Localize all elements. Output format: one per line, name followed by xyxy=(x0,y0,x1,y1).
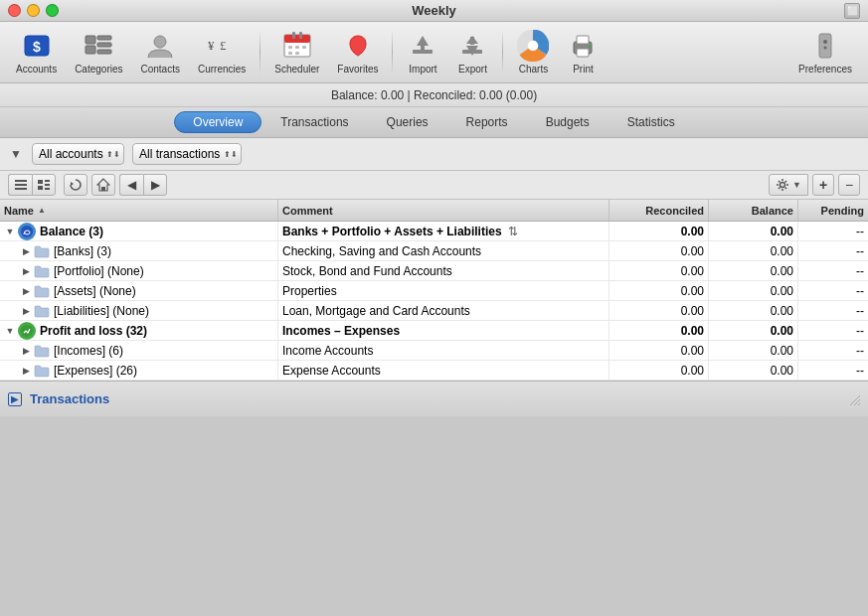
toolbar-print[interactable]: Print xyxy=(559,26,607,78)
tab-statistics[interactable]: Statistics xyxy=(608,111,694,133)
col-header-reconciled[interactable]: Reconciled xyxy=(609,200,709,221)
col-header-name[interactable]: Name ▲ xyxy=(0,200,278,221)
tab-transactions[interactable]: Transactions xyxy=(261,111,367,133)
toolbar-import[interactable]: Import xyxy=(399,26,446,78)
close-button[interactable] xyxy=(8,4,21,17)
tab-budgets[interactable]: Budgets xyxy=(527,111,608,133)
action-buttons: ▼ + − xyxy=(769,174,860,196)
svg-text:£: £ xyxy=(220,38,227,53)
table-row[interactable]: ▶[Banks] (3)Checking, Saving and Cash Ac… xyxy=(0,241,868,261)
add-account-button[interactable]: + xyxy=(812,174,834,196)
svg-rect-21 xyxy=(421,45,425,51)
remove-account-button[interactable]: − xyxy=(838,174,860,196)
cell-balance-liabilities: 0.00 xyxy=(709,301,798,320)
cell-comment-expenses: Expense Accounts xyxy=(278,361,609,380)
window-controls[interactable] xyxy=(8,4,59,17)
sort-arrow-name: ▲ xyxy=(38,206,46,215)
svg-rect-4 xyxy=(97,36,111,40)
gear-button-group: ▼ xyxy=(769,174,808,196)
transfer-arrows-icon: ⇅ xyxy=(508,225,518,238)
gear-button[interactable]: ▼ xyxy=(769,174,808,196)
toolbar-favorites[interactable]: Favorites xyxy=(329,26,386,78)
cell-reconciled-assets: 0.00 xyxy=(609,281,709,300)
list-view-button[interactable] xyxy=(8,174,32,196)
toolbar-preferences[interactable]: Preferences xyxy=(790,26,860,78)
cell-reconciled-portfolio: 0.00 xyxy=(609,261,709,280)
svg-rect-29 xyxy=(577,36,589,44)
table-row[interactable]: ▶[Expenses] (26)Expense Accounts0.000.00… xyxy=(0,361,868,381)
toolbar-scheduler[interactable]: Scheduler xyxy=(266,26,327,78)
account-filter-select[interactable]: All accounts xyxy=(32,143,124,165)
col-header-comment[interactable]: Comment xyxy=(278,200,609,221)
transactions-panel-label[interactable]: Transactions xyxy=(30,391,109,406)
expand-arrow-profitloss[interactable]: ▼ xyxy=(4,325,16,337)
cell-reconciled-balance: 0.00 xyxy=(609,222,709,240)
expand-arrow-balance[interactable]: ▼ xyxy=(4,226,16,237)
toolbar-currencies[interactable]: ¥ £ Currencies xyxy=(190,26,254,78)
contacts-icon xyxy=(144,30,176,62)
table-row[interactable]: ▼Profit and loss (32)Incomes – Expenses0… xyxy=(0,321,868,341)
toolbar-contacts[interactable]: Contacts xyxy=(133,26,188,78)
accounts-label: Accounts xyxy=(16,64,57,75)
cell-balance-portfolio: 0.00 xyxy=(709,261,798,280)
cell-balance-banks: 0.00 xyxy=(709,241,798,260)
currencies-label: Currencies xyxy=(198,64,246,75)
svg-marker-20 xyxy=(417,36,429,46)
transactions-expand-arrow[interactable]: ▶ xyxy=(8,392,22,406)
home-button[interactable] xyxy=(91,174,115,196)
table-row[interactable]: ▶[Liabilities] (None)Loan, Mortgage and … xyxy=(0,301,868,321)
expand-arrow-expenses[interactable]: ▶ xyxy=(20,365,32,377)
table-row[interactable]: ▶[Assets] (None)Properties0.000.00-- xyxy=(0,281,868,301)
expand-arrow-liabilities[interactable]: ▶ xyxy=(20,305,32,317)
folder-icon-assets xyxy=(34,284,50,298)
categories-icon xyxy=(83,30,114,62)
toolbar-categories[interactable]: Categories xyxy=(67,26,130,78)
toolbar-accounts[interactable]: $ Accounts xyxy=(8,26,65,78)
expand-arrow-portfolio[interactable]: ▶ xyxy=(20,265,32,277)
table-row[interactable]: ▶[Portfolio] (None)Stock, Bond and Fund … xyxy=(0,261,868,281)
transaction-filter-select[interactable]: All transactions xyxy=(132,143,242,165)
cell-name-profitloss: ▼Profit and loss (32) xyxy=(0,321,278,340)
refresh-button[interactable] xyxy=(64,174,87,196)
folder-icon-liabilities xyxy=(34,304,50,318)
expand-arrow-banks[interactable]: ▶ xyxy=(20,245,32,257)
tab-reports[interactable]: Reports xyxy=(447,111,527,133)
row-name-text-incomes: [Incomes] (6) xyxy=(54,344,123,358)
cell-reconciled-banks: 0.00 xyxy=(609,241,709,260)
maximize-button[interactable] xyxy=(46,4,59,17)
minimize-button[interactable] xyxy=(27,4,40,17)
account-filter-wrapper[interactable]: All accounts xyxy=(32,143,124,165)
detail-view-button[interactable] xyxy=(32,174,56,196)
cell-pending-balance: -- xyxy=(798,222,868,240)
toolbar-charts[interactable]: Charts xyxy=(509,26,557,78)
back-button[interactable]: ◀ xyxy=(119,174,143,196)
cell-balance-balance: 0.00 xyxy=(709,222,798,240)
svg-point-46 xyxy=(781,183,785,188)
expand-arrow-assets[interactable]: ▶ xyxy=(20,285,32,297)
filter-arrow[interactable]: ▼ xyxy=(8,146,24,162)
svg-point-47 xyxy=(21,226,33,237)
export-label: Export xyxy=(458,64,487,75)
tab-queries[interactable]: Queries xyxy=(368,111,447,133)
col-header-pending[interactable]: Pending xyxy=(798,200,868,221)
col-header-balance[interactable]: Balance xyxy=(709,200,798,221)
table-row[interactable]: ▶[Incomes] (6)Income Accounts0.000.00-- xyxy=(0,341,868,361)
table-body: ▼Balance (3)Banks + Portfolio + Assets +… xyxy=(0,222,868,381)
svg-rect-41 xyxy=(38,186,43,190)
table-row[interactable]: ▼Balance (3)Banks + Portfolio + Assets +… xyxy=(0,222,868,241)
contacts-label: Contacts xyxy=(141,64,180,75)
charts-icon xyxy=(517,30,549,62)
svg-point-34 xyxy=(824,47,827,50)
cell-comment-profitloss: Incomes – Expenses xyxy=(278,321,609,340)
expand-arrow-incomes[interactable]: ▶ xyxy=(20,345,32,357)
forward-button[interactable]: ▶ xyxy=(143,174,167,196)
svg-rect-40 xyxy=(45,184,50,186)
toolbar-export[interactable]: Export xyxy=(448,26,496,78)
cell-pending-banks: -- xyxy=(798,241,868,260)
svg-rect-2 xyxy=(86,36,95,44)
resize-handle[interactable] xyxy=(848,393,860,405)
resize-control[interactable]: ⬜ xyxy=(844,3,860,19)
tab-overview[interactable]: Overview xyxy=(174,111,261,133)
cell-name-portfolio: ▶[Portfolio] (None) xyxy=(0,261,278,280)
transaction-filter-wrapper[interactable]: All transactions xyxy=(132,143,242,165)
